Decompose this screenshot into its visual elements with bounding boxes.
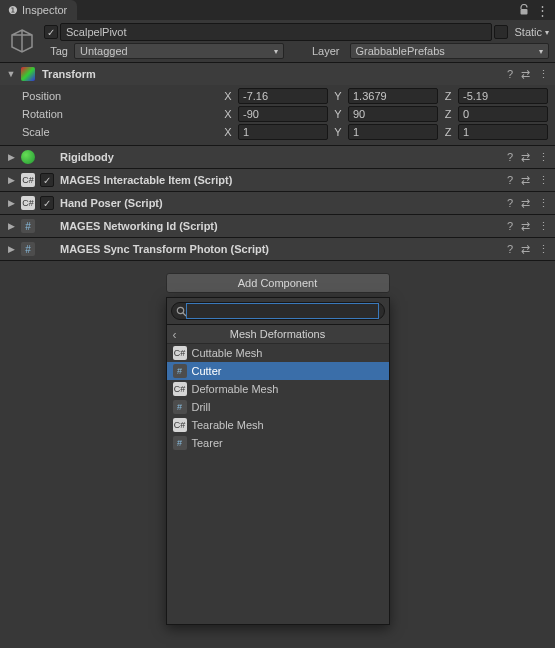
rotation-row: Rotation X Y Z [22, 105, 549, 123]
gameobject-icon[interactable] [6, 25, 38, 57]
kebab-menu-icon[interactable]: ⋮ [538, 197, 549, 210]
help-icon[interactable]: ? [507, 220, 513, 232]
search-wrap [171, 302, 385, 320]
kebab-menu-icon[interactable]: ⋮ [538, 243, 549, 256]
component-header[interactable]: ▶C#✓Hand Poser (Script)?⇄⋮ [0, 192, 555, 214]
preset-icon[interactable]: ⇄ [521, 68, 530, 81]
popup-item-label: Tearable Mesh [192, 419, 264, 431]
tab-title: Inspector [22, 4, 67, 16]
help-icon[interactable]: ? [507, 68, 513, 80]
component-search-input[interactable] [187, 304, 378, 318]
kebab-menu-icon[interactable]: ⋮ [536, 4, 549, 17]
script-icon: C# [173, 346, 187, 360]
preset-icon[interactable]: ⇄ [521, 174, 530, 187]
component-header[interactable]: ▶Rigidbody?⇄⋮ [0, 146, 555, 168]
component-icon: # [20, 218, 36, 234]
kebab-menu-icon[interactable]: ⋮ [538, 174, 549, 187]
preset-icon[interactable]: ⇄ [521, 197, 530, 210]
hash-icon: # [173, 364, 187, 378]
transform-header[interactable]: ▼ Transform ? ⇄ ⋮ [0, 63, 555, 85]
component-enabled-checkbox[interactable]: ✓ [40, 173, 54, 187]
script-icon: C# [173, 418, 187, 432]
chevron-right-icon: ▶ [6, 152, 16, 162]
static-checkbox[interactable]: ✓ [494, 25, 508, 39]
popup-item-label: Cuttable Mesh [192, 347, 263, 359]
component-icon: # [20, 241, 36, 257]
popup-item[interactable]: C#Tearable Mesh [167, 416, 389, 434]
position-row: Position X Y Z [22, 87, 549, 105]
chevron-down-icon: ▾ [544, 28, 549, 37]
preset-icon[interactable]: ⇄ [521, 151, 530, 164]
svg-line-2 [183, 313, 186, 316]
help-icon[interactable]: ? [507, 174, 513, 186]
info-icon: ❶ [8, 4, 18, 17]
static-label[interactable]: Static ▾ [510, 26, 549, 38]
add-component-popup: ‹ Mesh Deformations C#Cuttable Mesh#Cutt… [166, 297, 390, 625]
rotation-z-input[interactable] [458, 106, 548, 122]
transform-icon [20, 66, 36, 82]
help-icon[interactable]: ? [507, 197, 513, 209]
enabled-checkbox[interactable]: ✓ [44, 25, 58, 39]
chevron-right-icon: ▶ [6, 244, 16, 254]
kebab-menu-icon[interactable]: ⋮ [538, 220, 549, 233]
component-enabled-checkbox[interactable]: ✓ [40, 196, 54, 210]
popup-item[interactable]: C#Deformable Mesh [167, 380, 389, 398]
object-name-input[interactable] [60, 23, 492, 41]
help-icon[interactable]: ? [507, 243, 513, 255]
component-header[interactable]: ▶C#✓MAGES Interactable Item (Script)?⇄⋮ [0, 169, 555, 191]
popup-item[interactable]: #Drill [167, 398, 389, 416]
layer-dropdown[interactable]: GrabbablePrefabs ▾ [350, 43, 549, 59]
kebab-menu-icon[interactable]: ⋮ [538, 68, 549, 81]
preset-icon[interactable]: ⇄ [521, 243, 530, 256]
component-title: MAGES Sync Transform Photon (Script) [58, 243, 503, 255]
hash-icon: # [173, 436, 187, 450]
chevron-right-icon: ▶ [6, 221, 16, 231]
chevron-right-icon: ▶ [6, 175, 16, 185]
position-x-input[interactable] [238, 88, 328, 104]
hash-icon: # [173, 400, 187, 414]
rotation-x-input[interactable] [238, 106, 328, 122]
position-z-input[interactable] [458, 88, 548, 104]
popup-category-header[interactable]: ‹ Mesh Deformations [167, 324, 389, 344]
component-icon [20, 149, 36, 165]
lock-icon[interactable] [518, 4, 530, 16]
component-title: Rigidbody [58, 151, 503, 163]
component-title: Hand Poser (Script) [58, 197, 503, 209]
component-header[interactable]: ▶#MAGES Networking Id (Script)?⇄⋮ [0, 215, 555, 237]
scale-x-input[interactable] [238, 124, 328, 140]
chevron-down-icon: ▼ [6, 69, 16, 79]
scale-z-input[interactable] [458, 124, 548, 140]
chevron-down-icon: ▾ [273, 47, 278, 56]
component-icon: C# [20, 172, 36, 188]
chevron-right-icon: ▶ [6, 198, 16, 208]
kebab-menu-icon[interactable]: ⋮ [538, 151, 549, 164]
popup-item[interactable]: C#Cuttable Mesh [167, 344, 389, 362]
component-title: MAGES Networking Id (Script) [58, 220, 503, 232]
help-icon[interactable]: ? [507, 151, 513, 163]
script-icon: C# [173, 382, 187, 396]
tab-bar: ❶ Inspector ⋮ [0, 0, 555, 20]
inspector-tab[interactable]: ❶ Inspector [0, 0, 77, 20]
popup-item[interactable]: #Cutter [167, 362, 389, 380]
popup-item-label: Drill [192, 401, 211, 413]
popup-item-label: Cutter [192, 365, 222, 377]
scale-y-input[interactable] [348, 124, 438, 140]
preset-icon[interactable]: ⇄ [521, 220, 530, 233]
object-header: ✓ ✓ Static ▾ Tag Untagged ▾ Layer Grabba… [0, 20, 555, 62]
back-icon[interactable]: ‹ [173, 328, 177, 342]
component-icon: C# [20, 195, 36, 211]
transform-component: ▼ Transform ? ⇄ ⋮ Position X Y Z Rotatio… [0, 62, 555, 145]
add-component-button[interactable]: Add Component [166, 273, 390, 293]
position-y-input[interactable] [348, 88, 438, 104]
popup-item[interactable]: #Tearer [167, 434, 389, 452]
popup-list: C#Cuttable Mesh#CutterC#Deformable Mesh#… [167, 344, 389, 624]
tag-label: Tag [44, 45, 68, 57]
popup-item-label: Tearer [192, 437, 223, 449]
svg-rect-0 [521, 9, 528, 15]
search-icon [176, 306, 187, 317]
component-header[interactable]: ▶#MAGES Sync Transform Photon (Script)?⇄… [0, 238, 555, 260]
popup-item-label: Deformable Mesh [192, 383, 279, 395]
layer-label: Layer [290, 45, 344, 57]
rotation-y-input[interactable] [348, 106, 438, 122]
tag-dropdown[interactable]: Untagged ▾ [74, 43, 284, 59]
